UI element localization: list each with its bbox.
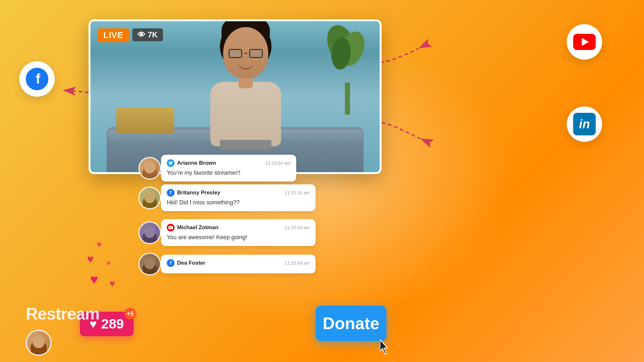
viewers-count: 7K xyxy=(148,30,158,39)
eye-icon: 👁 xyxy=(137,30,145,39)
chat-text-1: You're my favorite streamer!! xyxy=(167,169,290,177)
heart-2: ♥ xyxy=(87,252,94,266)
linkedin-social-icon: in xyxy=(567,106,602,142)
avatar-3 xyxy=(138,221,161,244)
linkedin-logo: in xyxy=(573,113,596,135)
avatar-2 xyxy=(138,187,161,209)
table xyxy=(116,108,174,133)
chat-message-4: f Dea Foster 11:25:43 am xyxy=(148,255,316,277)
heart-3: ♥ xyxy=(106,259,111,268)
facebook-social-icon: f xyxy=(19,61,55,97)
chat-username-4: Dea Foster xyxy=(177,260,205,266)
chat-time-1: 11:24:34 am xyxy=(265,161,290,166)
plus-badge: +5 xyxy=(125,308,136,319)
avatar-1 xyxy=(138,157,161,180)
youtube-logo xyxy=(573,34,596,50)
like-count: 289 xyxy=(101,316,124,332)
youtube-icon-3 xyxy=(167,224,175,231)
chat-time-4: 11:25:43 am xyxy=(285,260,310,266)
live-badge: LIVE xyxy=(98,28,129,42)
streamer-thumbnail xyxy=(26,330,52,356)
heart-4: ♥ xyxy=(90,272,98,287)
donate-button[interactable]: Donate xyxy=(316,306,386,341)
chat-time-3: 11:25:43 am xyxy=(285,225,310,230)
chat-username-1: Arianne Brown xyxy=(177,160,216,166)
chat-username-3: Michael Zotman xyxy=(177,224,218,231)
heart-5: ♥ xyxy=(109,278,115,289)
facebook-icon-2: f xyxy=(167,189,175,197)
viewers-badge: 👁 7K xyxy=(132,28,163,41)
video-content xyxy=(90,21,380,172)
mouse-cursor xyxy=(380,339,393,356)
scene: LIVE 👁 7K ♥ ♥ ♥ ♥ ♥ ♥ 289 +5 xyxy=(0,0,644,362)
heart-1: ♥ xyxy=(97,240,102,250)
avatar-4 xyxy=(138,253,161,275)
youtube-play-triangle xyxy=(582,38,589,46)
chat-time-2: 11:25:16 am xyxy=(285,190,310,195)
chat-message-3: Michael Zotman 11:25:43 am You are aweso… xyxy=(148,219,316,250)
hearts-container: ♥ ♥ ♥ ♥ ♥ xyxy=(84,240,132,304)
restream-branding: Restream xyxy=(26,304,99,323)
chat-username-2: Britanny Presley xyxy=(177,190,220,196)
youtube-social-icon xyxy=(567,24,602,60)
chat-message-1: Arianne Brown 11:24:34 am You're my favo… xyxy=(148,155,296,185)
plant xyxy=(325,24,370,115)
twitter-icon-1 xyxy=(167,159,175,167)
streamer-figure xyxy=(210,82,281,146)
video-player: LIVE 👁 7K xyxy=(89,19,382,174)
chat-message-2: f Britanny Presley 11:25:16 am Hiiii! Di… xyxy=(148,184,316,215)
facebook-logo: f xyxy=(26,68,48,90)
chat-text-2: Hiiii! Did I miss something?? xyxy=(167,199,310,207)
chat-text-3: You are awesome! Keep going! xyxy=(167,233,310,241)
facebook-icon-4: f xyxy=(167,259,175,267)
